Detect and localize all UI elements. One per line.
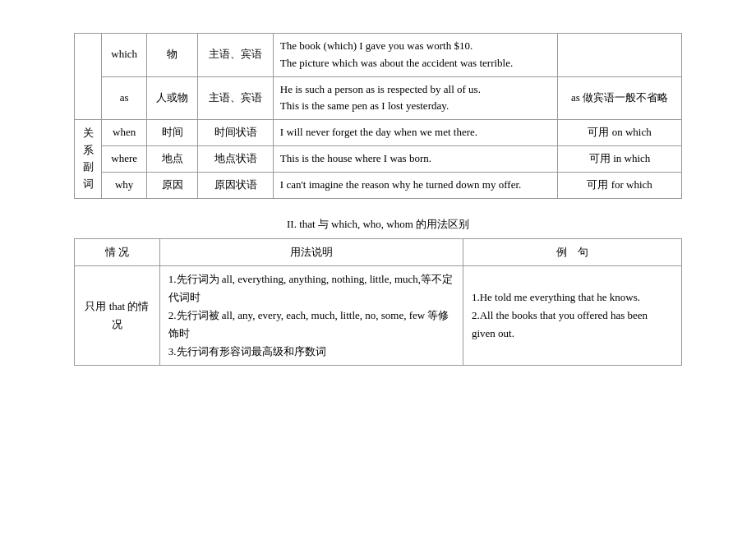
cell-why-role: 原因状语 (198, 172, 273, 198)
cell-where-role: 地点状语 (198, 145, 273, 172)
second-table: 情 况 用法说明 例 句 只用 that 的情况 1.先行词为 all, eve… (74, 238, 682, 367)
cell-which: which (102, 34, 146, 77)
cell-why: why (102, 172, 146, 198)
cell-when-example: I will never forget the day when we met … (273, 120, 557, 146)
cell-gxfc: 关系副词 (75, 120, 102, 198)
cell-empty1 (75, 34, 102, 120)
cell-which-note (558, 34, 682, 77)
second-header-col2: 用法说明 (159, 238, 463, 265)
cell-where: where (102, 145, 146, 172)
cell-why-type: 原因 (146, 172, 197, 198)
cell-which-role: 主语、宾语 (198, 34, 273, 77)
content-wrapper: which 物 主语、宾语 The book (which) I gave yo… (33, 25, 723, 369)
second-header-col1: 情 况 (75, 238, 160, 265)
cell-as-note: as 做宾语一般不省略 (558, 76, 682, 120)
table-row: as 人或物 主语、宾语 He is such a person as is r… (75, 76, 682, 120)
second-row1-col3: 1.He told me everything that he knows. 2… (463, 265, 681, 365)
main-table: which 物 主语、宾语 The book (which) I gave yo… (74, 33, 682, 199)
cell-where-type: 地点 (146, 145, 197, 172)
second-row1-col1: 只用 that 的情况 (75, 265, 160, 365)
second-header-col3: 例 句 (463, 238, 681, 265)
cell-as: as (102, 76, 146, 120)
page: which 物 主语、宾语 The book (which) I gave yo… (0, 0, 756, 535)
table-row: 关系副词 when 时间 时间状语 I will never forget th… (75, 120, 682, 146)
table-row: 只用 that 的情况 1.先行词为 all, everything, anyt… (75, 265, 682, 365)
table-row: where 地点 地点状语 This is the house where I … (75, 145, 682, 172)
table-row: why 原因 原因状语 I can't imagine the reason w… (75, 172, 682, 198)
table-row: which 物 主语、宾语 The book (which) I gave yo… (75, 34, 682, 77)
cell-when-role: 时间状语 (198, 120, 273, 146)
cell-as-type: 人或物 (146, 76, 197, 120)
cell-which-example: The book (which) I gave you was worth $1… (273, 34, 557, 77)
cell-why-note: 可用 for which (558, 172, 682, 198)
cell-when: when (102, 120, 146, 146)
cell-where-note: 可用 in which (558, 145, 682, 172)
cell-as-role: 主语、宾语 (198, 76, 273, 120)
cell-where-example: This is the house where I was born. (273, 145, 557, 172)
cell-when-type: 时间 (146, 120, 197, 146)
cell-as-example: He is such a person as is respected by a… (273, 76, 557, 120)
second-table-header-row: 情 况 用法说明 例 句 (75, 238, 682, 265)
section2-title: II. that 与 which, who, whom 的用法区别 (287, 217, 469, 232)
cell-why-example: I can't imagine the reason why he turned… (273, 172, 557, 198)
second-row1-col2: 1.先行词为 all, everything, anything, nothin… (159, 265, 463, 365)
cell-which-type: 物 (146, 34, 197, 77)
cell-when-note: 可用 on which (558, 120, 682, 146)
